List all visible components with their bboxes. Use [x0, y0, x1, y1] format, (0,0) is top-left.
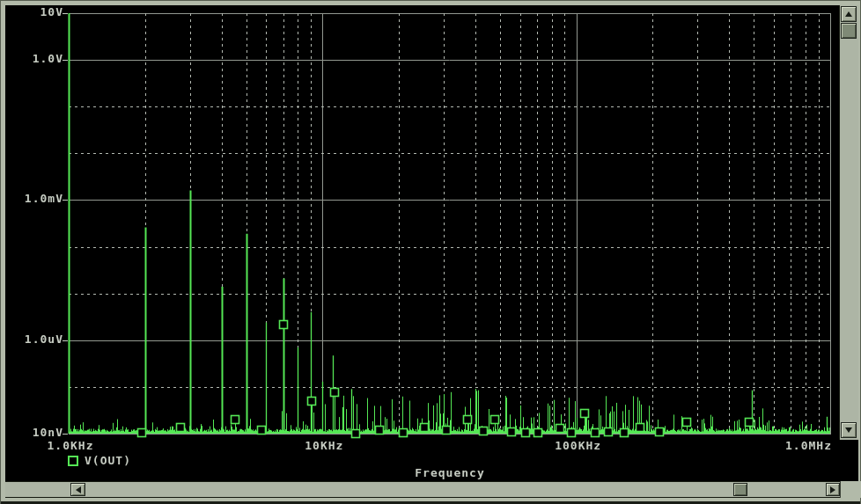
x-axis-tick-label: 1.0MHz [785, 440, 832, 452]
up-arrow-icon [845, 11, 852, 17]
down-arrow-icon [845, 427, 852, 433]
vertical-scrollbar-track[interactable] [839, 5, 858, 440]
horizontal-scrollbar-thumb[interactable] [733, 483, 747, 496]
horizontal-scrollbar-track[interactable] [5, 481, 840, 498]
scroll-down-button[interactable] [841, 422, 857, 438]
y-axis-tick-label: 1.0V [5, 53, 63, 65]
legend-trace-label: V(OUT) [85, 455, 131, 467]
legend-item-vout[interactable]: V(OUT) [68, 455, 131, 467]
x-axis-title: Frequency [415, 467, 484, 479]
y-axis-tick-label: 1.0mV [5, 193, 63, 205]
scroll-right-button[interactable] [826, 483, 840, 496]
legend-marker-icon [68, 456, 78, 466]
right-arrow-icon [830, 486, 835, 493]
scrollbar-corner [840, 481, 861, 498]
probe-plot-window: 10V1.0V1.0mV1.0uV10nV1.0KHz10KHz100KHz1.… [0, 0, 861, 504]
left-arrow-icon [76, 486, 81, 493]
y-axis-tick-label: 10V [5, 6, 63, 18]
x-axis-tick-label: 1.0KHz [48, 440, 94, 452]
x-axis-tick-label: 100KHz [555, 440, 601, 452]
y-axis-tick-label: 10nV [5, 427, 63, 439]
spectrum-plot-canvas [0, 0, 861, 504]
vertical-scrollbar-thumb[interactable] [841, 23, 857, 39]
scroll-up-button[interactable] [841, 6, 857, 22]
vertical-scrollbar-gap [839, 440, 858, 481]
x-axis-tick-label: 10KHz [305, 440, 343, 452]
y-axis-tick-label: 1.0uV [5, 333, 63, 346]
scroll-left-button[interactable] [70, 483, 85, 496]
